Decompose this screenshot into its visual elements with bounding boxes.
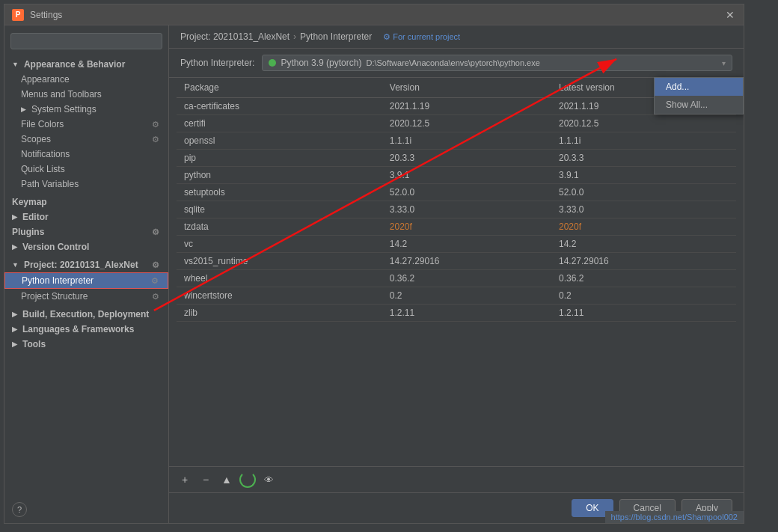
cell-package: certifi xyxy=(177,115,382,132)
chevron-right-icon: ▶ xyxy=(12,243,17,251)
table-row[interactable]: wincertstore0.20.2 xyxy=(177,287,736,305)
cell-latest: 1.1.1i xyxy=(551,132,736,150)
cell-latest: 2020f xyxy=(551,218,736,236)
table-row[interactable]: pip20.3.320.3.3 xyxy=(177,150,736,167)
table-row[interactable]: openssl1.1.1i1.1.1i xyxy=(177,132,736,150)
table-row[interactable]: zlib1.2.111.2.11 xyxy=(177,305,736,322)
sidebar-item-label: Quick Lists xyxy=(21,164,65,174)
table-row[interactable]: vs2015_runtime14.27.2901614.27.29016 xyxy=(177,253,736,270)
sidebar-item-system-settings[interactable]: ▶ System Settings xyxy=(4,102,168,117)
table-row[interactable]: ca-certificates2021.1.192021.1.19 xyxy=(177,98,736,115)
chevron-right-icon: ▶ xyxy=(12,213,17,221)
sidebar-item-project[interactable]: ▼ Project: 20210131_AlexNet ⚙ xyxy=(4,257,168,272)
search-input[interactable] xyxy=(10,33,162,49)
cell-version: 3.33.0 xyxy=(382,201,551,218)
cell-version: 2020.12.5 xyxy=(382,115,551,132)
cell-package: openssl xyxy=(177,132,382,150)
badge-icon: ⚙ xyxy=(150,134,161,144)
sidebar-item-scopes[interactable]: Scopes ⚙ xyxy=(4,132,168,147)
chevron-down-icon: ▼ xyxy=(12,61,19,68)
cell-package: wincertstore xyxy=(177,287,382,305)
cell-latest: 14.27.29016 xyxy=(551,253,736,270)
sidebar-item-label: Path Variables xyxy=(21,179,79,189)
sidebar-item-notifications[interactable]: Notifications xyxy=(4,147,168,162)
table-toolbar: + − ▲ 👁 xyxy=(169,466,744,492)
sidebar-item-tools[interactable]: ▶ Tools xyxy=(4,337,168,352)
sidebar-item-appearance[interactable]: Appearance xyxy=(4,72,168,87)
badge-icon: ⚙ xyxy=(150,275,160,286)
sidebar-item-keymap[interactable]: Keymap xyxy=(4,195,168,210)
sidebar-item-build-execution[interactable]: ▶ Build, Execution, Deployment xyxy=(4,307,168,322)
table-row[interactable]: setuptools52.0.052.0.0 xyxy=(177,184,736,201)
cell-latest: 0.36.2 xyxy=(551,270,736,287)
table-row[interactable]: wheel0.36.20.36.2 xyxy=(177,270,736,287)
close-button[interactable]: ✕ xyxy=(724,9,736,21)
remove-package-button[interactable]: − xyxy=(197,471,214,488)
chevron-right-icon: ▶ xyxy=(21,106,26,113)
cell-version: 14.27.29016 xyxy=(382,253,551,270)
sidebar-item-plugins[interactable]: Plugins ⚙ xyxy=(4,224,168,239)
cell-package: setuptools xyxy=(177,184,382,201)
title-bar: P Settings ✕ xyxy=(4,4,744,25)
sidebar-item-file-colors[interactable]: File Colors ⚙ xyxy=(4,117,168,132)
cell-package: sqlite xyxy=(177,201,382,218)
dropdown-item-add[interactable]: Add... xyxy=(655,78,743,96)
packages-table-container: Package Version Latest version ca-certif… xyxy=(177,78,736,466)
table-row[interactable]: certifi2020.12.52020.12.5 xyxy=(177,115,736,132)
sidebar-item-label: Project: 20210131_AlexNet xyxy=(24,260,138,270)
cell-version: 3.9.1 xyxy=(382,167,551,184)
status-bar-url: https://blog.csdn.net/Shampool002 xyxy=(605,511,744,523)
sidebar-item-label: Appearance xyxy=(21,74,70,85)
col-header-package: Package xyxy=(177,78,382,98)
sidebar-item-python-interpreter[interactable]: Python Interpreter ⚙ xyxy=(4,272,168,289)
cell-latest: 2020.12.5 xyxy=(551,115,736,132)
cell-package: tzdata xyxy=(177,218,382,236)
cell-version: 0.2 xyxy=(382,287,551,305)
help-button[interactable]: ? xyxy=(12,502,27,517)
interpreter-select[interactable]: Python 3.9 (pytorch) D:\Software\Anacond… xyxy=(262,55,732,71)
sidebar-item-quick-lists[interactable]: Quick Lists xyxy=(4,162,168,177)
chevron-right-icon: ▶ xyxy=(12,325,17,333)
window-title: Settings xyxy=(30,10,62,20)
interpreter-dropdown-menu: Add... Show All... xyxy=(654,77,744,114)
add-package-button[interactable]: + xyxy=(177,471,193,488)
interpreter-bar: Python Interpreter: Python 3.9 (pytorch)… xyxy=(169,49,744,78)
sidebar-item-editor[interactable]: ▶ Editor xyxy=(4,210,168,224)
table-header-row: Package Version Latest version xyxy=(177,78,736,98)
interpreter-path: D:\Software\Anaconda\envs\pytorch\python… xyxy=(366,58,717,67)
badge-icon: ⚙ xyxy=(150,291,161,302)
sidebar-item-label: Version Control xyxy=(22,242,89,252)
cell-package: wheel xyxy=(177,270,382,287)
sidebar-item-menus-toolbars[interactable]: Menus and Toolbars xyxy=(4,87,168,102)
cell-package: pip xyxy=(177,150,382,167)
main-content: ▼ Appearance & Behavior Appearance Menus… xyxy=(4,25,744,523)
cell-package: python xyxy=(177,167,382,184)
sidebar-item-appearance-behavior[interactable]: ▼ Appearance & Behavior xyxy=(4,57,168,72)
table-row[interactable]: python3.9.13.9.1 xyxy=(177,167,736,184)
sidebar-item-label: Keymap xyxy=(12,197,47,207)
table-row[interactable]: vc14.214.2 xyxy=(177,236,736,253)
interpreter-status-dot xyxy=(269,59,276,67)
breadcrumb-page: Python Interpreter xyxy=(300,31,372,42)
eye-button[interactable]: 👁 xyxy=(260,471,277,488)
sidebar-item-project-structure[interactable]: Project Structure ⚙ xyxy=(4,289,168,304)
loading-spinner xyxy=(239,471,256,488)
table-row[interactable]: sqlite3.33.03.33.0 xyxy=(177,201,736,218)
sidebar-item-label: Project Structure xyxy=(21,291,88,302)
settings-window: P Settings ✕ ▼ Appearance & Behavior App… xyxy=(4,4,744,524)
sidebar-item-label: Tools xyxy=(22,339,46,349)
sidebar-item-label: Languages & Frameworks xyxy=(22,324,134,334)
sidebar-item-path-variables[interactable]: Path Variables xyxy=(4,177,168,192)
dropdown-item-show-all[interactable]: Show All... xyxy=(655,96,743,114)
cell-package: vs2015_runtime xyxy=(177,253,382,270)
breadcrumb: Project: 20210131_AlexNet › Python Inter… xyxy=(169,25,744,49)
cell-latest: 14.2 xyxy=(551,236,736,253)
sidebar-item-version-control[interactable]: ▶ Version Control xyxy=(4,239,168,254)
table-row[interactable]: tzdata2020f2020f xyxy=(177,218,736,236)
sidebar-item-label: File Colors xyxy=(21,119,64,129)
for-project-link[interactable]: ⚙ For current project xyxy=(383,32,460,42)
badge-icon: ⚙ xyxy=(150,260,161,270)
cell-version: 20.3.3 xyxy=(382,150,551,167)
sidebar-item-languages-frameworks[interactable]: ▶ Languages & Frameworks xyxy=(4,322,168,337)
up-button[interactable]: ▲ xyxy=(218,471,235,488)
